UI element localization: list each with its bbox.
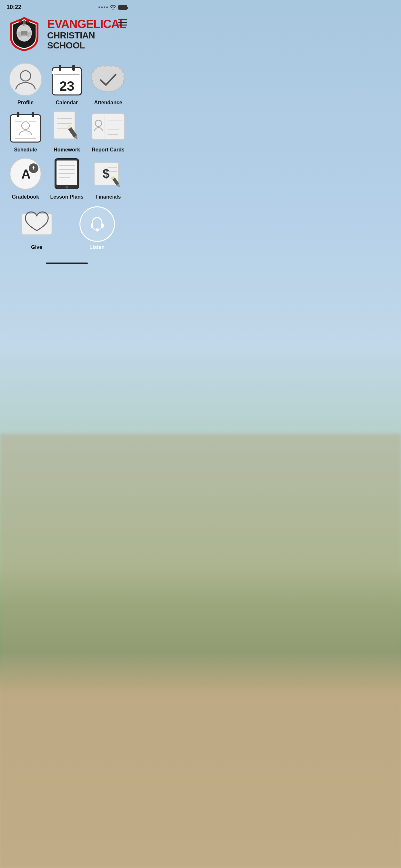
menu-item-gradebook[interactable]: A + Gradebook: [6, 156, 44, 200]
schedule-label: Schedule: [14, 147, 37, 153]
svg-rect-53: [91, 223, 93, 228]
menu-item-give[interactable]: Give: [19, 206, 55, 250]
lesson-plans-icon: [49, 156, 85, 191]
listen-circle[interactable]: [80, 206, 115, 242]
gradebook-icon-wrap: A +: [8, 156, 43, 191]
signal-icon: [98, 6, 108, 8]
attendance-label: Attendance: [94, 100, 122, 105]
svg-text:$: $: [103, 167, 110, 181]
financials-label: Financials: [96, 194, 121, 200]
home-indicator: [0, 260, 134, 268]
battery-icon: [118, 5, 127, 10]
svg-text:+: +: [32, 164, 35, 172]
menu-grid: Profile 23 Calendar: [0, 58, 134, 203]
calendar-label: Calendar: [56, 100, 78, 105]
report-cards-label: Report Cards: [92, 147, 124, 153]
attendance-icon: [90, 62, 126, 97]
svg-rect-54: [101, 223, 104, 228]
lesson-plans-label: Lesson Plans: [50, 194, 83, 200]
menu-item-calendar[interactable]: 23 Calendar: [48, 62, 86, 105]
svg-rect-14: [17, 112, 19, 117]
svg-line-56: [100, 228, 101, 230]
financials-icon-wrap: $: [90, 156, 126, 191]
schedule-icon-wrap: [8, 109, 43, 144]
give-icon: [19, 206, 55, 242]
svg-point-44: [66, 186, 68, 189]
menu-item-schedule[interactable]: Schedule: [6, 109, 44, 153]
school-name: EVANGELICAL CHRISTIAN SCHOOL: [47, 18, 127, 51]
hamburger-button[interactable]: [118, 20, 127, 26]
status-bar: 10:22: [0, 0, 134, 13]
schedule-icon: [8, 109, 43, 144]
svg-rect-15: [32, 112, 34, 117]
status-icons: [98, 5, 127, 10]
listen-icon: [88, 214, 107, 234]
gradebook-label: Gradebook: [12, 194, 39, 200]
svg-line-1: [23, 21, 24, 26]
svg-rect-9: [59, 65, 61, 71]
menu-item-lesson-plans[interactable]: Lesson Plans: [48, 156, 86, 200]
svg-line-55: [93, 228, 95, 230]
profile-icon-wrap: [8, 62, 43, 97]
svg-point-4: [9, 63, 42, 96]
home-bar: [46, 262, 88, 264]
menu-item-financials[interactable]: $ Financials: [89, 156, 127, 200]
calendar-icon-wrap: 23: [49, 62, 85, 97]
menu-item-report-cards[interactable]: Report Cards: [89, 109, 127, 153]
homework-icon-wrap: [49, 109, 85, 144]
header: EVANGELICAL CHRISTIAN SCHOOL: [0, 13, 134, 58]
give-label: Give: [31, 244, 42, 250]
financials-icon: $: [90, 156, 126, 191]
listen-label: Listen: [89, 244, 104, 250]
status-time: 10:22: [6, 4, 21, 11]
profile-icon: [8, 62, 43, 97]
lesson-plans-icon-wrap: [49, 156, 85, 191]
svg-rect-10: [72, 65, 75, 71]
menu-item-attendance[interactable]: Attendance: [89, 62, 127, 105]
profile-label: Profile: [18, 100, 34, 105]
report-cards-icon-wrap: [90, 109, 126, 144]
svg-point-59: [96, 229, 98, 231]
menu-item-profile[interactable]: Profile: [6, 62, 44, 105]
svg-rect-39: [57, 160, 77, 185]
svg-rect-8: [52, 71, 81, 74]
svg-line-3: [25, 21, 26, 27]
school-name-line2: CHRISTIAN SCHOOL: [47, 31, 127, 51]
svg-text:23: 23: [59, 79, 74, 94]
give-icon-wrap: [19, 206, 55, 242]
menu-item-listen[interactable]: Listen: [80, 206, 115, 250]
svg-line-2: [24, 21, 25, 26]
school-name-line1: EVANGELICAL: [47, 18, 127, 31]
menu-bottom: Give Listen: [0, 203, 134, 260]
homework-icon: [49, 109, 85, 144]
calendar-icon: 23: [49, 62, 85, 97]
menu-item-homework[interactable]: Homework: [48, 109, 86, 153]
school-logo: [6, 17, 42, 52]
wifi-icon: [110, 5, 116, 10]
svg-rect-13: [10, 115, 41, 142]
gradebook-icon: A +: [8, 156, 43, 191]
homework-label: Homework: [54, 147, 80, 153]
report-cards-icon: [90, 109, 126, 144]
attendance-icon-wrap: [90, 62, 126, 97]
svg-rect-52: [22, 213, 52, 235]
svg-rect-20: [54, 112, 75, 139]
